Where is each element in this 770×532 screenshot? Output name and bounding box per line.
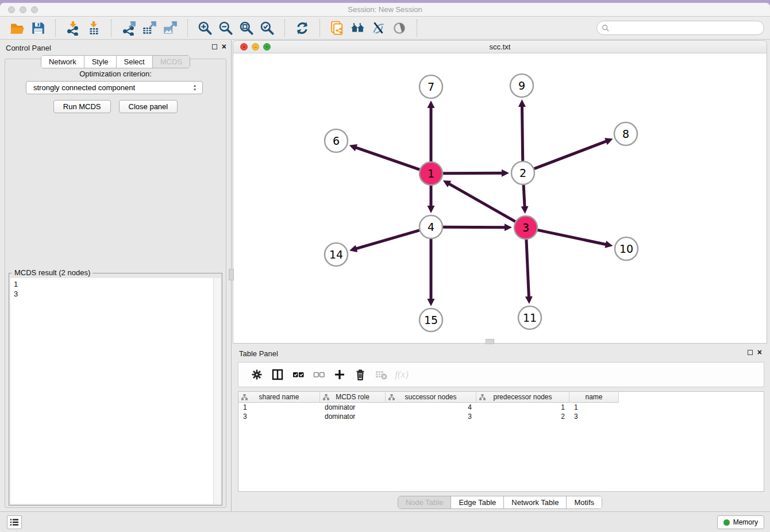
graph-node-label: 9 bbox=[518, 79, 525, 92]
save-session-button[interactable] bbox=[28, 20, 48, 37]
column-header[interactable]: shared name bbox=[238, 392, 320, 403]
column-header[interactable]: successor nodes bbox=[386, 392, 476, 403]
table-row[interactable]: 1dominator411 bbox=[238, 403, 764, 412]
graph-node-label: 2 bbox=[519, 167, 526, 179]
graph-node-label: 3 bbox=[522, 221, 529, 234]
table-cell[interactable]: 3 bbox=[238, 412, 320, 421]
tab-select[interactable]: Select bbox=[117, 56, 153, 68]
delete-entry-button[interactable] bbox=[350, 365, 371, 384]
run-mcds-button[interactable]: Run MCDS bbox=[53, 100, 111, 113]
graph-edge[interactable] bbox=[526, 240, 529, 298]
zoom-selected-button[interactable] bbox=[257, 20, 278, 37]
open-session-button[interactable] bbox=[7, 20, 28, 37]
zoom-in-button[interactable] bbox=[195, 20, 215, 37]
table-cell[interactable]: 3 bbox=[386, 412, 476, 421]
graph-edge[interactable] bbox=[538, 230, 607, 244]
hide-view-button[interactable] bbox=[368, 20, 389, 37]
graph-edge[interactable] bbox=[443, 227, 506, 228]
graph-edge[interactable] bbox=[522, 106, 522, 161]
table-cell[interactable]: 2 bbox=[476, 412, 569, 421]
toggle-column-icon bbox=[271, 368, 284, 381]
graph-edge[interactable] bbox=[523, 185, 525, 207]
export-image-button[interactable] bbox=[160, 20, 180, 37]
clone-network-button[interactable] bbox=[327, 20, 348, 37]
table-panel: Table Panel × f(x) shared nameMCDS roles… bbox=[233, 346, 767, 511]
graph-edge[interactable] bbox=[443, 173, 503, 174]
toolbar-group bbox=[0, 20, 56, 37]
edge-arrowhead bbox=[428, 206, 435, 213]
column-header[interactable]: predecessor nodes bbox=[476, 392, 569, 403]
column-header[interactable]: name bbox=[569, 392, 619, 403]
network-title: scc.txt bbox=[233, 43, 767, 51]
select-all-button[interactable] bbox=[288, 365, 309, 384]
table-cell[interactable]: 3 bbox=[569, 412, 619, 421]
float-panel-icon[interactable] bbox=[212, 44, 217, 49]
edge-arrowhead bbox=[428, 299, 435, 306]
refresh-layout-button[interactable] bbox=[292, 20, 313, 37]
tab-motifs[interactable]: Motifs bbox=[567, 496, 602, 508]
tab-network-table[interactable]: Network Table bbox=[504, 496, 567, 508]
graph-edge[interactable] bbox=[448, 183, 515, 221]
close-panel-button[interactable]: Close panel bbox=[119, 100, 178, 113]
table-cell[interactable]: dominator bbox=[320, 403, 386, 412]
zoom-out-button[interactable] bbox=[215, 20, 236, 37]
vertical-splitter-handle[interactable] bbox=[229, 269, 234, 280]
export-network-button[interactable] bbox=[118, 20, 139, 37]
birdseye-view-button[interactable] bbox=[389, 20, 410, 37]
table-cell[interactable]: dominator bbox=[320, 412, 386, 421]
save-session-icon bbox=[30, 21, 45, 36]
search-input[interactable] bbox=[610, 24, 764, 32]
import-network-button[interactable] bbox=[63, 20, 83, 37]
close-table-panel-icon[interactable]: × bbox=[757, 349, 762, 356]
tab-node-table[interactable]: Node Table bbox=[398, 496, 452, 508]
memory-button[interactable]: Memory bbox=[717, 515, 764, 529]
search-icon bbox=[602, 24, 610, 32]
unselect-all-button[interactable] bbox=[309, 365, 329, 384]
tab-edge-table[interactable]: Edge Table bbox=[451, 496, 504, 508]
table-cell[interactable]: 1 bbox=[476, 403, 569, 412]
mcds-result-list[interactable]: 1 3 bbox=[10, 278, 221, 504]
dropdown-stepper-icon: ▲▼ bbox=[193, 84, 197, 92]
float-table-panel-icon[interactable] bbox=[748, 350, 753, 355]
toolbar-group bbox=[285, 20, 320, 37]
home-layout-button[interactable] bbox=[348, 20, 368, 37]
edge-arrowhead bbox=[502, 169, 509, 177]
result-scrollbar[interactable] bbox=[213, 278, 221, 504]
network-canvas[interactable]: 1234678910111415 bbox=[233, 53, 767, 343]
zoom-fit-icon bbox=[239, 21, 254, 36]
toolbar-group bbox=[320, 20, 417, 37]
import-table-button[interactable] bbox=[83, 20, 104, 37]
export-table-button[interactable] bbox=[139, 20, 160, 37]
criterion-dropdown[interactable]: strongly connected component ▲▼ bbox=[26, 81, 203, 94]
graph-edge[interactable] bbox=[355, 147, 419, 169]
node-table: shared nameMCDS rolesuccessor nodesprede… bbox=[238, 391, 764, 492]
table-toolbar: f(x) bbox=[238, 362, 764, 387]
edge-arrowhead bbox=[605, 241, 613, 248]
tab-network[interactable]: Network bbox=[41, 56, 84, 68]
table-body: 1dominator4113dominator323 bbox=[238, 403, 764, 421]
zoom-fit-button[interactable] bbox=[236, 20, 257, 37]
column-label: predecessor nodes bbox=[493, 393, 552, 401]
network-window-titlebar[interactable]: × − + scc.txt bbox=[233, 41, 767, 53]
horizontal-splitter-handle[interactable] bbox=[486, 339, 494, 344]
graph-edge[interactable] bbox=[356, 230, 419, 249]
close-panel-icon[interactable]: × bbox=[222, 43, 226, 50]
task-history-button[interactable] bbox=[7, 515, 22, 529]
toggle-column-button[interactable] bbox=[267, 365, 288, 384]
graph-edge[interactable] bbox=[534, 141, 607, 168]
attribute-type-icon bbox=[241, 394, 248, 400]
table-row[interactable]: 3dominator323 bbox=[238, 412, 764, 421]
add-entry-button[interactable] bbox=[329, 365, 350, 384]
table-cell[interactable]: 1 bbox=[238, 403, 320, 412]
column-header[interactable]: MCDS role bbox=[320, 392, 386, 403]
search-box[interactable] bbox=[596, 21, 764, 35]
attribute-type-icon bbox=[388, 394, 395, 400]
function-builder-button: f(x) bbox=[391, 365, 412, 384]
table-cell[interactable]: 4 bbox=[386, 403, 476, 412]
table-panel-title: Table Panel bbox=[239, 349, 278, 358]
tab-style[interactable]: Style bbox=[84, 56, 117, 68]
table-cell[interactable]: 1 bbox=[569, 403, 619, 412]
table-settings-button[interactable] bbox=[247, 365, 267, 384]
delete-entry-icon bbox=[354, 368, 367, 381]
tab-mcds[interactable]: MCDS bbox=[153, 56, 190, 68]
